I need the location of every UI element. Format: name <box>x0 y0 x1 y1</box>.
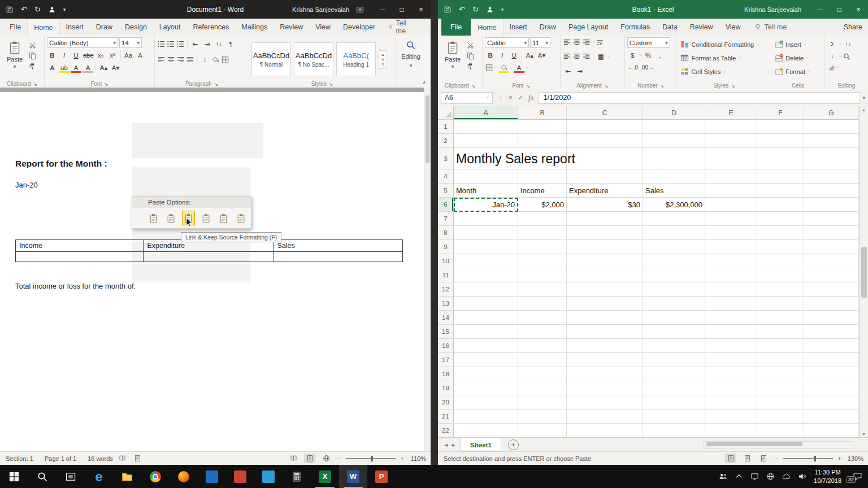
cell-C9[interactable] <box>567 240 643 254</box>
tell-me-box[interactable]: Tell me <box>754 19 787 36</box>
zoom-percent[interactable]: 110% <box>409 455 426 462</box>
cell-F8[interactable] <box>757 226 804 240</box>
paragraph-dialog-launcher-icon[interactable]: ↘ <box>214 81 219 87</box>
strikethrough-button[interactable]: abc <box>83 50 94 60</box>
qat-customize-icon[interactable]: ▾ <box>63 7 66 12</box>
row-header-15[interactable]: 15 <box>438 325 454 339</box>
format-as-table-button[interactable]: Format as Table▾ <box>679 52 769 64</box>
tab-page-layout[interactable]: Page Layout <box>562 19 614 36</box>
cell-F7[interactable] <box>757 212 804 226</box>
cell-A19[interactable] <box>454 381 518 395</box>
row-header-16[interactable]: 16 <box>438 339 454 353</box>
cell-F2[interactable] <box>757 134 804 148</box>
cell-A7[interactable] <box>454 212 518 226</box>
tab-home[interactable]: Home <box>471 19 503 36</box>
cell-B22[interactable] <box>518 424 567 438</box>
cell-E9[interactable] <box>705 240 757 254</box>
read-mode-icon[interactable] <box>288 454 299 463</box>
zoom-slider[interactable] <box>783 458 833 459</box>
borders-icon[interactable] <box>221 56 229 64</box>
cell-E16[interactable] <box>705 339 757 353</box>
styles-gallery-scrollbar[interactable]: ▴▾≡ <box>379 50 387 69</box>
cell-C10[interactable] <box>567 254 643 268</box>
cell-C14[interactable] <box>567 311 643 325</box>
shrink-font-button[interactable]: A▾ <box>536 50 547 60</box>
ribbon-display-options-icon[interactable] <box>356 6 364 14</box>
paste-option-keep-text-only-icon[interactable] <box>235 211 248 225</box>
align-right-icon[interactable] <box>582 53 591 60</box>
undo-icon[interactable]: ↶ <box>21 6 27 13</box>
numbering-icon[interactable] <box>167 40 175 48</box>
cell-styles-button[interactable]: Cell Styles▾ <box>679 66 769 77</box>
cell-B21[interactable] <box>518 409 567 424</box>
row-header-4[interactable]: 4 <box>438 169 454 184</box>
cell-E2[interactable] <box>705 134 757 148</box>
paste-option-link-use-destination-styles-icon[interactable] <box>199 211 212 225</box>
text-highlight-button[interactable]: ab <box>59 62 70 73</box>
zoom-in-button[interactable]: + <box>838 455 841 462</box>
cell-B17[interactable] <box>518 353 567 367</box>
cell-B12[interactable] <box>518 282 567 297</box>
cut-icon[interactable] <box>28 41 37 49</box>
shrink-font-button[interactable]: A▾ <box>110 62 121 73</box>
insert-function-icon[interactable]: fx <box>528 93 533 102</box>
format-painter-icon[interactable] <box>466 63 475 71</box>
word-vertical-scrollbar[interactable] <box>424 88 431 452</box>
merge-center-button[interactable]: ▦ <box>596 51 606 62</box>
show-paragraph-marks-button[interactable]: ¶ <box>225 38 236 49</box>
cell-F6[interactable] <box>757 198 804 212</box>
conditional-formatting-button[interactable]: Conditional Formatting▾ <box>679 38 769 50</box>
cut-icon[interactable] <box>466 41 475 49</box>
close-button[interactable]: × <box>411 0 431 19</box>
cell-B1[interactable] <box>518 120 567 134</box>
cancel-formula-icon[interactable]: × <box>509 94 513 102</box>
cell-B11[interactable] <box>518 268 567 282</box>
zoom-percent[interactable]: 130% <box>847 455 863 462</box>
tab-mailings[interactable]: Mailings <box>235 19 274 36</box>
copy-icon[interactable] <box>466 52 475 60</box>
cell-G19[interactable] <box>804 381 859 395</box>
cell-E17[interactable] <box>705 353 757 367</box>
excel-hscroll-thumb[interactable] <box>706 442 802 446</box>
cell-E19[interactable] <box>705 381 757 395</box>
normal-view-icon[interactable] <box>725 454 736 463</box>
row-header-20[interactable]: 20 <box>438 395 454 409</box>
cell-D11[interactable] <box>643 268 705 282</box>
increase-indent-button[interactable]: ⇥ <box>575 66 585 76</box>
text-effects-button[interactable]: A <box>47 62 58 73</box>
cell-F14[interactable] <box>757 311 804 325</box>
page-layout-view-icon[interactable] <box>741 454 753 463</box>
cell-D18[interactable] <box>643 367 705 381</box>
bold-button[interactable]: B <box>47 50 58 60</box>
cell-A16[interactable] <box>454 339 518 353</box>
cell-A2[interactable] <box>454 134 518 148</box>
task-view-button[interactable] <box>57 465 85 488</box>
cell-D20[interactable] <box>643 395 705 409</box>
cell-F12[interactable] <box>757 282 804 297</box>
taskbar-chrome-button[interactable] <box>141 465 170 488</box>
align-left-icon[interactable] <box>157 56 166 64</box>
cell-B8[interactable] <box>518 226 567 240</box>
cell-D12[interactable] <box>643 282 705 297</box>
clear-formatting-button[interactable]: A <box>135 50 146 60</box>
cell-C15[interactable] <box>567 325 643 339</box>
decrease-decimal-button[interactable]: .00→ <box>640 62 654 73</box>
row-header-13[interactable]: 13 <box>438 297 454 311</box>
tab-formulas[interactable]: Formulas <box>614 19 656 36</box>
multilevel-list-icon[interactable] <box>176 40 185 48</box>
account-name[interactable]: Krishna Sanjeevaiah <box>292 6 349 13</box>
cell-C12[interactable] <box>567 282 643 297</box>
cell-C20[interactable] <box>567 395 643 409</box>
align-left-icon[interactable] <box>563 53 571 60</box>
insert-cells-button[interactable]: Insert▾ <box>774 38 822 50</box>
align-bottom-icon[interactable] <box>582 38 591 46</box>
cell-D8[interactable] <box>643 226 705 240</box>
enter-formula-icon[interactable]: ✓ <box>518 94 523 102</box>
tab-home[interactable]: Home <box>27 19 59 36</box>
page-break-view-icon[interactable] <box>758 454 769 463</box>
row-header-6[interactable]: 6 <box>438 198 454 212</box>
paste-button[interactable]: Paste ▾ <box>2 37 27 79</box>
tab-file[interactable]: File <box>441 19 471 36</box>
italic-button[interactable]: I <box>59 50 70 60</box>
cell-A1[interactable] <box>454 120 518 134</box>
